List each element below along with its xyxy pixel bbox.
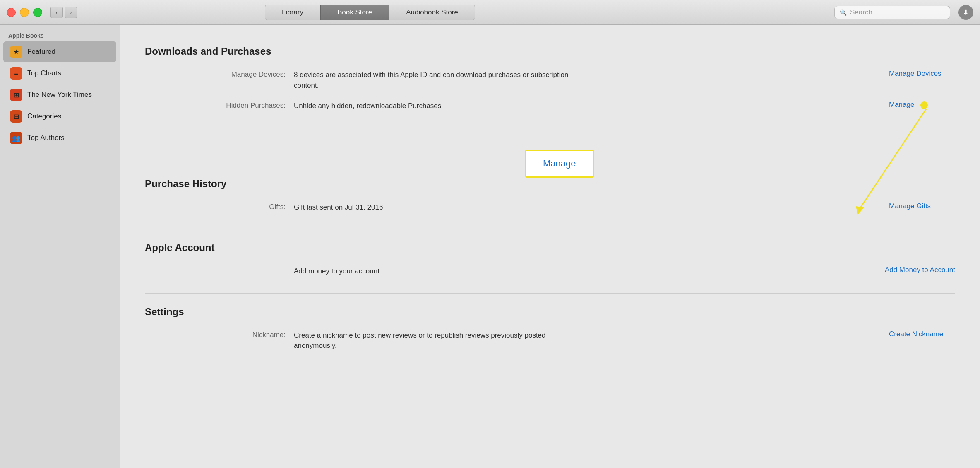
manage-devices-action[interactable]: Manage Devices [872, 70, 955, 78]
search-icon: 🔍 [840, 9, 847, 16]
section-title-account: Apple Account [145, 242, 955, 253]
search-placeholder: Search [850, 8, 872, 17]
add-money-action[interactable]: Add Money to Account [868, 266, 955, 274]
traffic-lights [7, 8, 42, 17]
sidebar-item-featured[interactable]: ★ Featured [3, 41, 116, 62]
divider-3 [145, 293, 955, 294]
title-tabs: Library Book Store Audiobook Store [265, 5, 475, 20]
manage-gifts-action[interactable]: Manage Gifts [872, 202, 955, 210]
tab-audiobook[interactable]: Audiobook Store [389, 5, 475, 20]
sidebar-item-label: Featured [27, 48, 55, 56]
sidebar-item-label: Top Authors [27, 134, 65, 142]
gifts-label: Gifts: [186, 202, 294, 211]
minimize-button[interactable] [20, 8, 29, 17]
callout-text: Manage [543, 158, 576, 169]
callout-box[interactable]: Manage [525, 150, 594, 178]
main-layout: Apple Books ★ Featured ≡ Top Charts ⊞ Th… [0, 25, 980, 468]
hidden-purchases-row: Hidden Purchases: Unhide any hidden, red… [145, 101, 955, 111]
back-button[interactable]: ‹ [50, 7, 63, 18]
divider-1 [145, 128, 955, 128]
annotation-dot [920, 101, 928, 109]
sidebar-item-label: The New York Times [27, 91, 92, 99]
section-title-settings: Settings [145, 306, 955, 318]
section-title-downloads: Downloads and Purchases [145, 46, 955, 57]
apple-account-section: Apple Account Add money to your account.… [145, 242, 955, 277]
sidebar-item-nyt[interactable]: ⊞ The New York Times [3, 84, 116, 105]
sidebar: Apple Books ★ Featured ≡ Top Charts ⊞ Th… [0, 25, 120, 468]
manage-devices-value: 8 devices are associated with this Apple… [294, 70, 584, 91]
topcharts-icon: ≡ [10, 67, 22, 80]
sidebar-item-topauthors[interactable]: 👥 Top Authors [3, 128, 116, 148]
hidden-purchases-value: Unhide any hidden, redownloadable Purcha… [294, 101, 584, 111]
sidebar-item-categories[interactable]: ⊟ Categories [3, 106, 116, 127]
categories-icon: ⊟ [10, 110, 22, 123]
add-money-value: Add money to your account. [294, 266, 584, 277]
hidden-purchases-action[interactable]: Manage [872, 101, 955, 109]
create-nickname-action[interactable]: Create Nickname [872, 330, 955, 338]
purchase-history-section: Purchase History Gifts: Gift last sent o… [145, 178, 955, 213]
content-area: Downloads and Purchases Manage Devices: … [120, 25, 980, 468]
sidebar-item-label: Top Charts [27, 69, 61, 77]
add-money-label [186, 266, 294, 267]
close-button[interactable] [7, 8, 16, 17]
add-money-row: Add money to your account. Add Money to … [145, 266, 955, 277]
nickname-value: Create a nickname to post new reviews or… [294, 330, 584, 351]
manage-devices-row: Manage Devices: 8 devices are associated… [145, 70, 955, 91]
search-bar[interactable]: 🔍 Search [834, 6, 950, 19]
download-button[interactable]: ⬇ [958, 5, 973, 20]
title-bar: ‹ › Library Book Store Audiobook Store 🔍… [0, 0, 980, 25]
nickname-label: Nickname: [186, 330, 294, 339]
section-title-purchase: Purchase History [145, 178, 955, 190]
forward-button[interactable]: › [65, 7, 77, 18]
gifts-row: Gifts: Gift last sent on Jul 31, 2016 Ma… [145, 202, 955, 213]
hidden-purchases-label: Hidden Purchases: [186, 101, 294, 110]
sidebar-item-topcharts[interactable]: ≡ Top Charts [3, 63, 116, 84]
featured-icon: ★ [10, 46, 22, 58]
sidebar-title: Apple Books [0, 29, 120, 41]
nav-arrows: ‹ › [50, 7, 77, 18]
callout-box-wrapper: Manage [525, 150, 594, 178]
topauthors-icon: 👥 [10, 132, 22, 144]
downloads-section: Downloads and Purchases Manage Devices: … [145, 46, 955, 111]
tab-library[interactable]: Library [265, 5, 320, 20]
gifts-value: Gift last sent on Jul 31, 2016 [294, 202, 584, 213]
sidebar-item-label: Categories [27, 112, 61, 121]
tab-bookstore[interactable]: Book Store [320, 5, 389, 20]
maximize-button[interactable] [33, 8, 42, 17]
divider-2 [145, 229, 955, 229]
nyt-icon: ⊞ [10, 89, 22, 101]
settings-section: Settings Nickname: Create a nickname to … [145, 306, 955, 351]
manage-devices-label: Manage Devices: [186, 70, 294, 79]
nickname-row: Nickname: Create a nickname to post new … [145, 330, 955, 351]
